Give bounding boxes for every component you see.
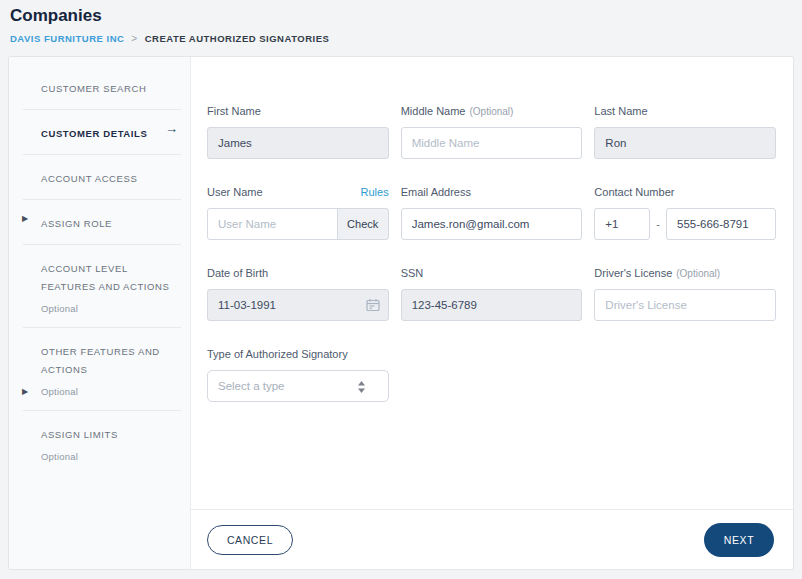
wizard-sidebar: CUSTOMER SEARCH CUSTOMER DETAILS → ACCOU…: [9, 57, 191, 569]
form-row-1: First Name Middle Name (Optional) Last N…: [207, 105, 776, 159]
dob-field: [207, 289, 389, 321]
form-main: First Name Middle Name (Optional) Last N…: [191, 57, 793, 569]
drivers-license-optional-tag: (Optional): [676, 268, 720, 279]
check-username-button[interactable]: Check: [337, 208, 389, 240]
breadcrumb-current: CREATE AUTHORIZED SIGNATORIES: [145, 33, 330, 44]
signatory-form: First Name Middle Name (Optional) Last N…: [191, 57, 793, 509]
next-button[interactable]: NEXT: [704, 523, 774, 557]
email-field[interactable]: [401, 208, 583, 240]
select-updown-icon: [357, 380, 366, 396]
email-label: Email Address: [401, 186, 471, 198]
middle-name-optional-tag: (Optional): [469, 106, 513, 117]
drivers-license-cell: Driver's License (Optional): [594, 267, 776, 321]
contact-separator: -: [656, 218, 660, 230]
drivers-license-field[interactable]: [594, 289, 776, 321]
last-name-field: [594, 127, 776, 159]
form-row-3: Date of Birth: [207, 267, 776, 321]
page-title: Companies: [10, 5, 792, 27]
last-name-cell: Last Name: [594, 105, 776, 159]
optional-tag: Optional: [41, 303, 176, 314]
rules-link[interactable]: Rules: [361, 186, 389, 198]
ssn-cell: SSN: [401, 267, 583, 321]
sidebar-item-account-level-features[interactable]: ACCOUNT LEVEL FEATURES AND ACTIONS Optio…: [9, 245, 190, 327]
page-header: Companies DAVIS FURNITURE INC > CREATE A…: [0, 0, 802, 44]
calendar-icon: [366, 298, 380, 316]
breadcrumb: DAVIS FURNITURE INC > CREATE AUTHORIZED …: [10, 33, 792, 44]
sidebar-item-account-access[interactable]: ACCOUNT ACCESS: [9, 155, 190, 199]
first-name-label: First Name: [207, 105, 261, 117]
country-code-field[interactable]: [594, 208, 650, 240]
signatory-type-cell: Type of Authorized Signatory Select a ty…: [207, 348, 389, 402]
user-name-label: User Name: [207, 186, 263, 198]
contact-number-label: Contact Number: [594, 186, 674, 198]
breadcrumb-parent-link[interactable]: DAVIS FURNITURE INC: [10, 33, 124, 44]
drivers-license-label: Driver's License: [594, 267, 672, 279]
form-row-2: User Name Rules Check Email Address: [207, 186, 776, 240]
ssn-label: SSN: [401, 267, 424, 279]
dob-cell: Date of Birth: [207, 267, 389, 321]
user-name-field[interactable]: [207, 208, 338, 240]
cancel-button[interactable]: CANCEL: [207, 525, 293, 555]
sidebar-item-assign-limits[interactable]: ASSIGN LIMITS Optional: [9, 411, 190, 475]
first-name-cell: First Name: [207, 105, 389, 159]
dob-label: Date of Birth: [207, 267, 268, 279]
sidebar-item-customer-search[interactable]: CUSTOMER SEARCH: [9, 65, 190, 109]
optional-tag: Optional: [41, 451, 176, 462]
email-cell: Email Address: [401, 186, 583, 240]
sidebar-item-assign-role[interactable]: ▶ ASSIGN ROLE: [9, 200, 190, 244]
expand-caret-icon[interactable]: ▶: [22, 214, 28, 223]
breadcrumb-separator-icon: >: [131, 33, 137, 44]
middle-name-label: Middle Name: [401, 105, 466, 117]
optional-tag: ▶ Optional: [41, 386, 176, 397]
form-row-4: Type of Authorized Signatory Select a ty…: [207, 348, 776, 402]
expand-caret-icon[interactable]: ▶: [22, 387, 28, 396]
middle-name-field[interactable]: [401, 127, 583, 159]
signatory-type-label: Type of Authorized Signatory: [207, 348, 348, 360]
phone-number-field[interactable]: [666, 208, 776, 240]
form-footer: CANCEL NEXT: [191, 509, 793, 569]
signatory-type-select[interactable]: Select a type: [207, 370, 389, 402]
contact-number-cell: Contact Number -: [594, 186, 776, 240]
user-name-cell: User Name Rules Check: [207, 186, 389, 240]
signatory-type-value: Select a type: [218, 380, 284, 392]
content-panel: CUSTOMER SEARCH CUSTOMER DETAILS → ACCOU…: [8, 56, 794, 570]
last-name-label: Last Name: [594, 105, 647, 117]
ssn-field: [401, 289, 583, 321]
sidebar-item-customer-details[interactable]: CUSTOMER DETAILS →: [9, 110, 190, 154]
first-name-field: [207, 127, 389, 159]
active-step-arrow-icon: →: [165, 121, 178, 136]
sidebar-item-other-features[interactable]: OTHER FEATURES AND ACTIONS ▶ Optional: [9, 328, 190, 410]
middle-name-cell: Middle Name (Optional): [401, 105, 583, 159]
